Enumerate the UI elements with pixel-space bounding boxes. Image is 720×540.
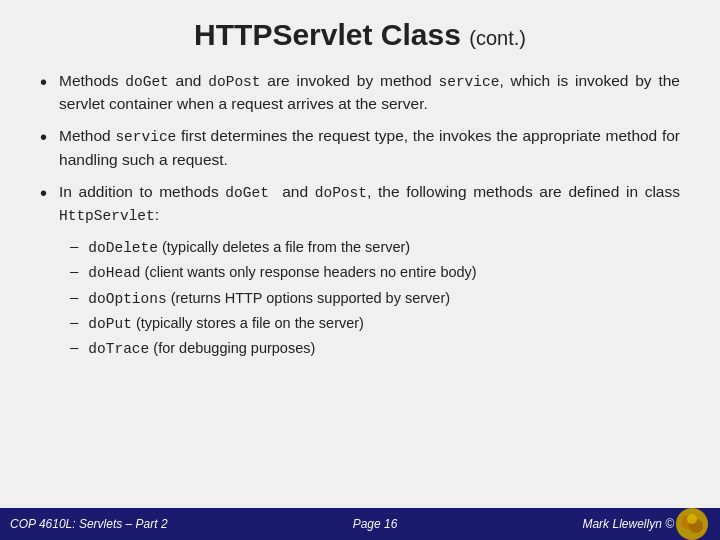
footer-right-section: Mark Llewellyn ©	[582, 506, 710, 540]
code-doHead: doHead	[88, 265, 140, 281]
sub-text-3: doOptions (returns HTTP options supporte…	[88, 288, 450, 309]
sub-item-4: – doPut (typically stores a file on the …	[70, 313, 680, 334]
bullet-text-2: Method service first determines the requ…	[59, 125, 680, 170]
footer-left: COP 4610L: Servlets – Part 2	[10, 517, 168, 531]
code-httpservlet: HttpServlet	[59, 208, 155, 224]
sub-desc-4: (typically stores a file on the server)	[136, 315, 364, 331]
code-doPost-2: doPost	[315, 185, 367, 201]
slide-title: HTTPServlet Class (cont.)	[40, 18, 680, 52]
footer-right: Mark Llewellyn ©	[582, 517, 674, 531]
sub-desc-3: (returns HTTP options supported by serve…	[167, 290, 450, 306]
footer-logo-icon	[674, 506, 710, 540]
code-doDelete: doDelete	[88, 240, 158, 256]
slide-footer: COP 4610L: Servlets – Part 2 Page 16 Mar…	[0, 508, 720, 540]
slide: HTTPServlet Class (cont.) • Methods doGe…	[0, 0, 720, 540]
code-doGet-1: doGet	[125, 74, 169, 90]
sub-items-list: – doDelete (typically deletes a file fro…	[70, 237, 680, 359]
bullet-3: • In addition to methods doGet and doPos…	[40, 181, 680, 227]
sub-desc-2: (client wants only response headers no e…	[145, 264, 477, 280]
svg-point-3	[687, 514, 697, 524]
code-doPost-1: doPost	[208, 74, 260, 90]
bullet-text-1: Methods doGet and doPost are invoked by …	[59, 70, 680, 115]
sub-item-1: – doDelete (typically deletes a file fro…	[70, 237, 680, 258]
bullet-1: • Methods doGet and doPost are invoked b…	[40, 70, 680, 115]
sub-desc-1: (typically deletes a file from the serve…	[162, 239, 410, 255]
footer-center: Page 16	[353, 517, 398, 531]
sub-text-2: doHead (client wants only response heade…	[88, 262, 476, 283]
code-service-2: service	[115, 129, 176, 145]
bullet-symbol-1: •	[40, 71, 47, 94]
sub-text-1: doDelete (typically deletes a file from …	[88, 237, 410, 258]
sub-dash-2: –	[70, 262, 78, 279]
sub-text-4: doPut (typically stores a file on the se…	[88, 313, 364, 334]
sub-text-5: doTrace (for debugging purposes)	[88, 338, 315, 359]
sub-dash-1: –	[70, 237, 78, 254]
code-doPut: doPut	[88, 316, 132, 332]
code-doTrace: doTrace	[88, 341, 149, 357]
sub-item-2: – doHead (client wants only response hea…	[70, 262, 680, 283]
code-doGet-2: doGet	[225, 185, 269, 201]
code-service-1: service	[439, 74, 500, 90]
title-main: HTTPServlet Class	[194, 18, 461, 51]
sub-item-3: – doOptions (returns HTTP options suppor…	[70, 288, 680, 309]
sub-dash-4: –	[70, 313, 78, 330]
sub-dash-3: –	[70, 288, 78, 305]
slide-content: HTTPServlet Class (cont.) • Methods doGe…	[0, 0, 720, 508]
bullet-2: • Method service first determines the re…	[40, 125, 680, 170]
bullet-symbol-3: •	[40, 182, 47, 205]
sub-item-5: – doTrace (for debugging purposes)	[70, 338, 680, 359]
code-doOptions: doOptions	[88, 291, 166, 307]
bullet-symbol-2: •	[40, 126, 47, 149]
bullet-text-3: In addition to methods doGet and doPost,…	[59, 181, 680, 227]
sub-desc-5: (for debugging purposes)	[153, 340, 315, 356]
title-cont: (cont.)	[469, 27, 526, 49]
sub-dash-5: –	[70, 338, 78, 355]
